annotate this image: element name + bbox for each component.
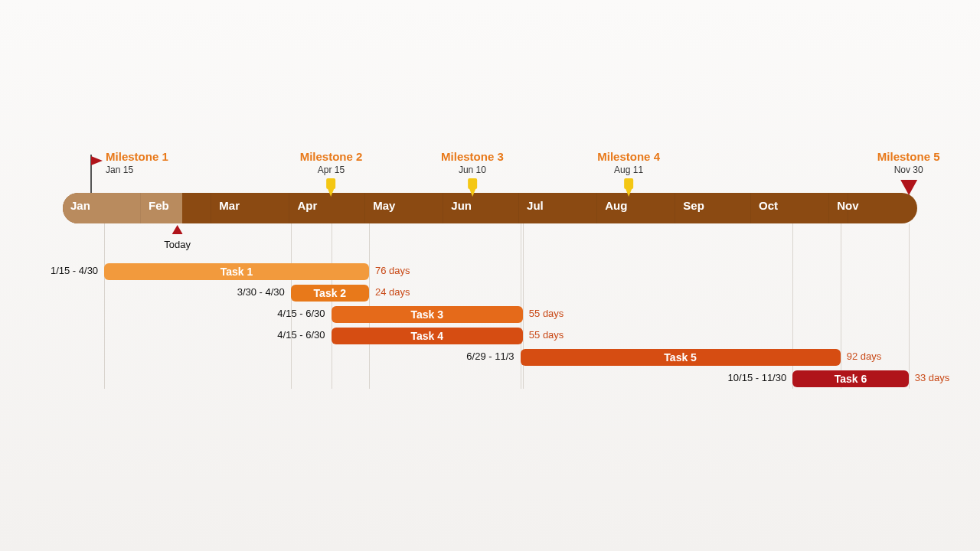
milestone-title: Milestone 2 bbox=[300, 150, 363, 163]
task-range-label: 4/15 - 6/30 bbox=[255, 308, 325, 319]
milestone-date: Apr 15 bbox=[300, 165, 363, 175]
today-label: Today bbox=[164, 239, 191, 250]
gantt-timeline-diagram: JanFebMarAprMayJunJulAugSepOctNov Milest… bbox=[0, 0, 980, 551]
svg-rect-2 bbox=[327, 178, 336, 189]
month-cell: Oct bbox=[751, 193, 829, 223]
month-label: Aug bbox=[605, 199, 627, 212]
today-triangle-icon bbox=[172, 223, 183, 237]
gridline bbox=[909, 223, 910, 389]
task-bar: Task 4 bbox=[332, 328, 523, 344]
task-range-label: 10/15 - 11/30 bbox=[716, 372, 786, 383]
pin-icon bbox=[324, 178, 339, 194]
month-label: Mar bbox=[219, 199, 240, 212]
month-cell: Jan bbox=[63, 193, 141, 223]
milestone-date: Aug 11 bbox=[597, 165, 660, 175]
month-cell: May bbox=[365, 193, 443, 223]
month-cell: Nov bbox=[829, 193, 848, 223]
month-label: Jan bbox=[70, 199, 90, 212]
milestone: Milestone 1 Jan 15 bbox=[106, 150, 168, 175]
milestone-date: Nov 30 bbox=[877, 165, 940, 175]
milestone-title: Milestone 5 bbox=[877, 150, 940, 163]
task-range-label: 6/29 - 11/3 bbox=[444, 350, 514, 362]
task-duration-label: 24 days bbox=[375, 286, 410, 298]
triangle-icon bbox=[900, 180, 917, 198]
milestone: Milestone 2 Apr 15 bbox=[300, 150, 363, 200]
task-duration-label: 55 days bbox=[529, 329, 564, 341]
milestone-title: Milestone 4 bbox=[597, 150, 660, 163]
task-duration-label: 33 days bbox=[915, 372, 950, 383]
month-cell: Sep bbox=[675, 193, 751, 223]
gridline bbox=[104, 223, 105, 389]
milestone-date: Jun 10 bbox=[441, 165, 504, 175]
pin-icon bbox=[465, 178, 480, 194]
task-duration-label: 76 days bbox=[375, 265, 410, 276]
svg-marker-8 bbox=[900, 180, 917, 195]
task-range-label: 3/30 - 4/30 bbox=[214, 286, 285, 298]
task-bar: Task 5 bbox=[521, 349, 841, 366]
month-label: May bbox=[373, 199, 395, 212]
gridline bbox=[841, 223, 841, 389]
milestone-date: Jan 15 bbox=[106, 165, 168, 175]
task-range-label: 4/15 - 6/30 bbox=[255, 329, 325, 341]
svg-marker-5 bbox=[469, 189, 475, 197]
month-label: Nov bbox=[837, 199, 858, 212]
gridline bbox=[291, 223, 292, 389]
month-label: Jul bbox=[527, 199, 544, 212]
month-label: Jun bbox=[451, 199, 472, 212]
today-marker: Today bbox=[164, 223, 191, 250]
milestone: Milestone 4 Aug 11 bbox=[597, 150, 660, 200]
svg-marker-7 bbox=[626, 189, 632, 197]
milestone-title: Milestone 3 bbox=[441, 150, 504, 163]
milestone-title: Milestone 1 bbox=[106, 150, 168, 163]
svg-marker-1 bbox=[91, 156, 103, 165]
svg-rect-4 bbox=[468, 178, 477, 189]
task-bar: Task 2 bbox=[291, 285, 369, 302]
month-label: Oct bbox=[759, 199, 778, 212]
svg-marker-9 bbox=[172, 225, 183, 234]
month-label: Sep bbox=[683, 199, 704, 212]
task-bar: Task 1 bbox=[104, 263, 369, 280]
month-cell: Mar bbox=[211, 193, 289, 223]
month-label: Feb bbox=[149, 199, 169, 212]
svg-marker-3 bbox=[328, 189, 335, 197]
svg-rect-6 bbox=[624, 178, 633, 189]
task-duration-label: 92 days bbox=[847, 350, 882, 362]
milestone: Milestone 5 Nov 30 bbox=[877, 150, 940, 198]
task-duration-label: 55 days bbox=[529, 308, 564, 319]
gridline bbox=[332, 223, 332, 389]
task-range-label: 1/15 - 4/30 bbox=[28, 265, 98, 276]
month-label: Apr bbox=[297, 199, 317, 212]
month-cell: Feb bbox=[141, 193, 211, 223]
pin-icon bbox=[621, 178, 636, 194]
milestone: Milestone 3 Jun 10 bbox=[441, 150, 504, 200]
month-cell: Jul bbox=[519, 193, 597, 223]
task-bar: Task 6 bbox=[792, 370, 908, 387]
flag-icon bbox=[89, 153, 104, 196]
task-bar: Task 3 bbox=[332, 306, 523, 323]
